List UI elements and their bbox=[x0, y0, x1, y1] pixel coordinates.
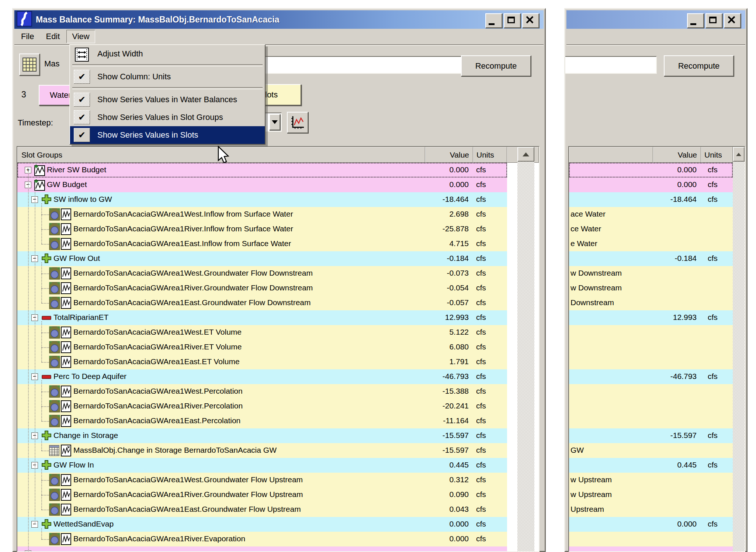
close-icon bbox=[523, 14, 537, 26]
table-row[interactable]: w Downstream bbox=[569, 281, 733, 296]
table-row[interactable]: −TotalRiparianET12.993cfs bbox=[17, 310, 507, 325]
menu-edit[interactable]: Edit bbox=[41, 30, 65, 43]
combobox-arrow-button[interactable] bbox=[269, 114, 280, 130]
table-row[interactable]: BernardoToSanAcaciaGWArea1East.Percolati… bbox=[17, 414, 507, 428]
table-row[interactable]: -15.597cfs bbox=[569, 428, 733, 443]
table-row[interactable]: −GW Flow In0.445cfs bbox=[17, 458, 507, 473]
recompute-button[interactable]: Recompute bbox=[664, 55, 734, 76]
vertical-scrollbar[interactable] bbox=[733, 147, 745, 551]
table-row[interactable]: 0.000cfs bbox=[569, 163, 733, 177]
table-row[interactable]: BernardoToSanAcaciaGWArea1River.Groundwa… bbox=[17, 281, 507, 296]
table-row[interactable]: −SW inflow to GW-18.464cfs bbox=[17, 192, 507, 207]
table-row[interactable]: w Upstream bbox=[569, 473, 733, 487]
table-row[interactable]: −Change in Storage-15.597cfs bbox=[17, 428, 507, 443]
arrow-up-icon bbox=[523, 152, 529, 156]
titlebar[interactable]: Mass Balance Summary: MassBalObj.Bernard… bbox=[14, 10, 544, 29]
plot-button[interactable] bbox=[287, 112, 308, 133]
table-row[interactable]: −GW Flow Out-0.184cfs bbox=[17, 251, 507, 266]
table-row[interactable]: BernardoToSanAcaciaGWArea1River.Groundwa… bbox=[17, 487, 507, 502]
table-row[interactable]: BernardoToSanAcaciaGWArea1East.Inflow fr… bbox=[17, 237, 507, 251]
table-row[interactable]: −WettedSandEvap0.000cfs bbox=[17, 517, 507, 532]
table-row[interactable]: BernardoToSanAcaciaGWArea1West.Inflow fr… bbox=[17, 207, 507, 222]
close-icon bbox=[725, 14, 739, 26]
table-row[interactable]: 0.445cfs bbox=[569, 458, 733, 473]
table-row[interactable]: -18.464cfs bbox=[569, 192, 733, 207]
row-units: cfs bbox=[476, 534, 486, 543]
row-label: BernardoToSanAcaciaGWArea1East.Percolati… bbox=[73, 416, 240, 425]
menu-view[interactable]: View bbox=[66, 30, 95, 43]
gw-object-icon bbox=[49, 474, 60, 488]
table-row[interactable]: GW bbox=[569, 443, 733, 458]
table-row[interactable]: BernardoToSanAcaciaGWArea1West.Groundwat… bbox=[17, 473, 507, 487]
column-header-units[interactable]: Units bbox=[473, 147, 507, 163]
recompute-button[interactable]: Recompute bbox=[461, 55, 531, 76]
plus-op-icon bbox=[41, 194, 52, 207]
table-row[interactable] bbox=[569, 546, 733, 552]
tree-guide bbox=[41, 347, 49, 348]
table-row[interactable] bbox=[569, 414, 733, 428]
table-row[interactable]: BernardoToSanAcaciaGWArea1River.Percolat… bbox=[17, 399, 507, 414]
grid-icon bbox=[22, 58, 37, 72]
table-row[interactable]: -0.184cfs bbox=[569, 251, 733, 266]
table-row[interactable]: BernardoToSanAcaciaGWArea1River.Evaporat… bbox=[17, 532, 507, 546]
scrollbar-up-button[interactable] bbox=[733, 147, 745, 162]
table-row[interactable]: +River SW Budget0.000cfs bbox=[17, 163, 507, 177]
maximize-button[interactable] bbox=[705, 13, 722, 28]
table-row[interactable]: BernardoToSanAcaciaGWArea1East.ET Volume… bbox=[17, 355, 507, 369]
close-button[interactable] bbox=[724, 13, 741, 28]
close-button[interactable] bbox=[522, 13, 539, 28]
menu-item-show-series-values-in-water-balances[interactable]: ✔Show Series Values in Water Balances bbox=[70, 91, 265, 108]
menu-item-show-series-values-in-slot-groups[interactable]: ✔Show Series Values in Slot Groups bbox=[70, 108, 265, 126]
titlebar-secondary[interactable] bbox=[566, 10, 745, 29]
row-units: cfs bbox=[476, 254, 486, 263]
menu-item-show-series-values-in-slots[interactable]: ✔Show Series Values in Slots bbox=[70, 126, 265, 144]
table-row[interactable]: BernardoToSanAcaciaGWArea1River.Inflow f… bbox=[17, 222, 507, 237]
column-header-value[interactable]: Value bbox=[653, 147, 701, 163]
menu-item-adjust-width[interactable]: Adjust Width bbox=[70, 45, 265, 63]
table-row[interactable]: BernardoToSanAcaciaGWArea1East.Groundwat… bbox=[17, 296, 507, 310]
table-row[interactable]: BernardoToSanAcaciaGWArea1West.Percolati… bbox=[17, 384, 507, 399]
table-row[interactable] bbox=[569, 325, 733, 340]
row-value: 0.090 bbox=[425, 490, 469, 499]
table-row[interactable] bbox=[569, 340, 733, 355]
table-row[interactable]: e Water bbox=[569, 237, 733, 251]
menu-file[interactable]: File bbox=[16, 30, 39, 43]
table-row[interactable]: BernardoToSanAcaciaGWArea1East.Groundwat… bbox=[17, 502, 507, 517]
vertical-scrollbar[interactable] bbox=[517, 147, 534, 551]
table-row[interactable] bbox=[569, 399, 733, 414]
table-row[interactable]: −Perc To Deep Aquifer-46.793cfs bbox=[17, 369, 507, 384]
table-row[interactable]: BernardoToSanAcaciaGWArea1West.ET Volume… bbox=[17, 325, 507, 340]
table-row[interactable]: Upstream bbox=[569, 502, 733, 517]
column-header-units[interactable]: Units bbox=[701, 147, 733, 163]
menu-item-show-column-units[interactable]: ✔Show Column: Units bbox=[70, 68, 265, 86]
scrollbar-up-button[interactable] bbox=[517, 147, 534, 162]
gw-object-icon bbox=[49, 341, 60, 355]
table-row[interactable]: BernardoToSanAcaciaGWArea1West.Groundwat… bbox=[17, 266, 507, 281]
mass-balance-grid-button[interactable] bbox=[19, 54, 40, 76]
table-row[interactable] bbox=[569, 355, 733, 369]
table-row[interactable] bbox=[569, 384, 733, 399]
maximize-button[interactable] bbox=[504, 13, 521, 28]
table-row[interactable]: w Downstream bbox=[569, 266, 733, 281]
column-header-name-cropped[interactable] bbox=[569, 147, 653, 163]
summary-name-field[interactable] bbox=[565, 56, 657, 74]
minimize-button[interactable] bbox=[687, 13, 704, 28]
table-row[interactable]: ace Water bbox=[569, 207, 733, 222]
table-row[interactable]: BernardoToSanAcaciaGWArea1River.ET Volum… bbox=[17, 340, 507, 355]
table-row[interactable] bbox=[569, 532, 733, 546]
table-row[interactable]: MassBalObj.Change in Storage BernardoToS… bbox=[17, 443, 507, 458]
table-row[interactable]: −GW Budget0.000cfs bbox=[17, 177, 507, 192]
table-row[interactable]: 12.993cfs bbox=[569, 310, 733, 325]
table-row[interactable]: Downstream bbox=[569, 296, 733, 310]
table-row[interactable]: w Upstream bbox=[569, 487, 733, 502]
menu-item-label: Show Series Values in Slots bbox=[97, 130, 198, 140]
minimize-button[interactable] bbox=[485, 13, 502, 28]
gw-object-icon bbox=[49, 503, 60, 517]
table-row[interactable]: -46.793cfs bbox=[569, 369, 733, 384]
column-header-value[interactable]: Value bbox=[425, 147, 473, 163]
table-row[interactable]: ce Water bbox=[569, 222, 733, 237]
table-row[interactable]: 0.000cfs bbox=[569, 177, 733, 192]
minus-op-icon bbox=[41, 312, 52, 325]
table-row[interactable]: + bbox=[17, 546, 507, 552]
table-row[interactable]: 0.000cfs bbox=[569, 517, 733, 532]
